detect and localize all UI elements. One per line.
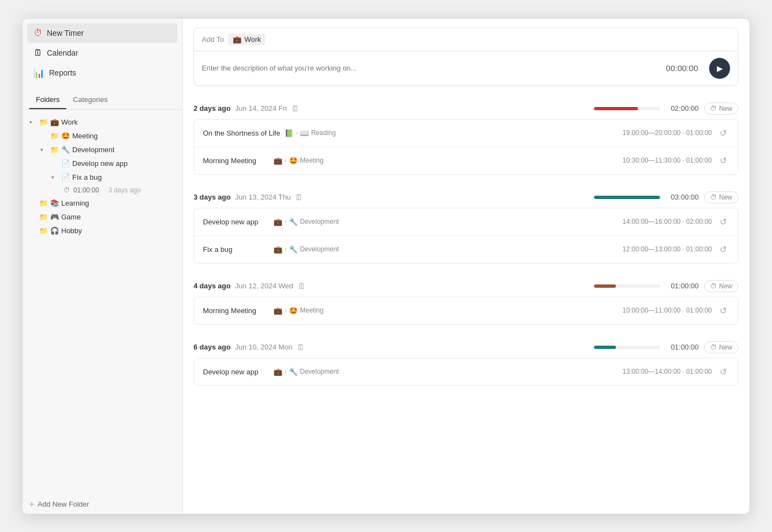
folder-children-development: 📄 Develop new app ▾ 📄 Fix a bug ⏱01:00:0… <box>37 157 179 196</box>
sidebar-tabs: FoldersCategories <box>23 85 182 110</box>
calendar-icon[interactable]: 🗓 <box>298 282 305 291</box>
sidebar-nav-reports[interactable]: 📊Reports <box>27 63 178 83</box>
day-progress-bar <box>594 107 660 110</box>
replay-button[interactable]: ↺ <box>717 366 729 378</box>
tab-categories[interactable]: Categories <box>66 92 114 109</box>
entry-right: 14:00:00—16:00:00 · 02:00:00 ↺ <box>623 216 729 228</box>
chevron-icon: ▾ <box>51 174 59 180</box>
day-progress-bar <box>594 196 660 199</box>
folder-emoji: 🎮 <box>50 213 59 221</box>
day-header: 6 days ago Jun 10, 2024 Mon 🗓 01:00:00 ⏱… <box>194 336 738 358</box>
day-progress-fill <box>594 346 616 349</box>
breadcrumb-label: Meeting <box>300 157 324 164</box>
tab-folders[interactable]: Folders <box>29 92 66 109</box>
timer-description-input[interactable] <box>202 64 661 72</box>
breadcrumb-emoji2: 🔧 <box>289 218 298 226</box>
timer-display: 00:00:00 <box>666 63 698 73</box>
folder-item-develop-new-app[interactable]: 📄 Develop new app <box>48 157 179 170</box>
new-badge[interactable]: ⏱New <box>704 280 738 292</box>
app-window: ⏱New Timer🗓Calendar📊Reports FoldersCateg… <box>22 18 750 514</box>
day-date: Jun 10, 2024 Mon <box>235 343 292 351</box>
day-header-right: 01:00:00 ⏱New <box>594 341 738 353</box>
project-emoji: 💼 <box>233 35 242 44</box>
breadcrumb-label: Development <box>300 368 339 375</box>
entry-breadcrumb: 💼 › 🤩 Meeting <box>274 157 324 165</box>
day-header-right: 02:00:00 ⏱New <box>594 103 738 115</box>
calendar-icon[interactable]: 🗓 <box>295 193 303 202</box>
timer-entry-timer-fix-a-bug[interactable]: ⏱01:00:00· 3 days ago <box>59 184 179 196</box>
new-label: New <box>719 343 732 351</box>
timer-card-header: Add To 💼 Work <box>194 28 738 51</box>
table-row: On the Shortness of Life 📗 › 📖 Reading 1… <box>194 120 738 147</box>
calendar-nav-icon: 🗓 <box>34 48 42 58</box>
folder-item-fix-a-bug[interactable]: ▾ 📄 Fix a bug <box>48 170 179 184</box>
breadcrumb-emoji2: 🤩 <box>289 307 298 315</box>
replay-button[interactable]: ↺ <box>717 304 729 317</box>
start-timer-button[interactable]: ▶ <box>709 58 730 79</box>
day-progress-fill <box>594 107 638 110</box>
new-label: New <box>719 194 732 201</box>
new-badge[interactable]: ⏱New <box>704 191 738 203</box>
breadcrumb-label: Development <box>300 245 339 253</box>
breadcrumb-sep: › <box>296 129 298 137</box>
folder-item-hobby[interactable]: 📁 🎧 Hobby <box>26 224 179 238</box>
reports-icon: 📊 <box>34 68 45 78</box>
timer-icon: ⏱ <box>34 28 42 38</box>
day-progress-bar <box>594 346 660 349</box>
breadcrumb-emoji2: 🤩 <box>289 157 298 165</box>
folder-item-development[interactable]: ▾ 📁 🔧 Development <box>37 143 179 157</box>
day-date: Jun 13, 2024 Thu <box>235 193 291 201</box>
day-ago: 4 days ago <box>194 282 230 290</box>
entry-time-range: 12:00:00—13:00:00 · 01:00:00 <box>623 245 712 253</box>
timer-input-card: Add To 💼 Work 00:00:00 ▶ <box>194 28 738 86</box>
day-progress-fill <box>594 284 616 288</box>
sidebar-nav-new-timer[interactable]: ⏱New Timer <box>27 23 178 43</box>
folder-item-work[interactable]: ▾ 📁 💼 Work <box>26 115 179 129</box>
new-label: New <box>719 105 732 112</box>
folder-icon-emoji: 📁 <box>39 227 48 235</box>
chevron-icon: ▾ <box>40 147 48 153</box>
day-progress-bar <box>594 284 660 288</box>
entries-card: Develop new app 💼 › 🔧 Development 13:00:… <box>194 358 738 386</box>
breadcrumb-label: Development <box>300 218 339 225</box>
folder-item-learning[interactable]: 📁 📚 Learning <box>26 196 179 210</box>
add-to-label: Add To <box>202 35 224 44</box>
day-total: 03:00:00 <box>666 193 699 201</box>
breadcrumb-sep: › <box>285 368 287 375</box>
day-total: 02:00:00 <box>666 104 699 112</box>
breadcrumb-emoji1: 💼 <box>274 218 282 226</box>
folder-tree: ▾ 📁 💼 Work 📁 🤩 Meeting ▾ 📁 🔧 Development… <box>23 110 182 495</box>
entry-breadcrumb: 💼 › 🔧 Development <box>274 218 339 226</box>
day-section-day2: 3 days ago Jun 13, 2024 Thu 🗓 03:00:00 ⏱… <box>194 186 738 264</box>
chevron-icon: ▾ <box>29 119 37 125</box>
replay-button[interactable]: ↺ <box>717 127 729 139</box>
breadcrumb-sep: › <box>285 218 287 225</box>
folder-label: Fix a bug <box>72 173 175 181</box>
plus-icon: + <box>29 499 34 509</box>
folder-item-meeting[interactable]: 📁 🤩 Meeting <box>37 129 179 143</box>
project-selector[interactable]: 💼 Work <box>228 34 265 45</box>
folder-label: Develop new app <box>72 159 175 168</box>
folder-icon-emoji: 📁 <box>39 213 48 221</box>
calendar-icon[interactable]: 🗓 <box>291 104 299 113</box>
folder-children-fix-a-bug: ⏱01:00:00· 3 days ago <box>48 184 179 196</box>
calendar-icon[interactable]: 🗓 <box>297 343 304 352</box>
replay-button[interactable]: ↺ <box>717 243 729 256</box>
day-header: 3 days ago Jun 13, 2024 Thu 🗓 03:00:00 ⏱… <box>194 186 738 208</box>
sidebar-nav-calendar[interactable]: 🗓Calendar <box>27 43 178 63</box>
breadcrumb-sep: › <box>285 307 287 314</box>
entry-title: On the Shortness of Life <box>203 129 280 137</box>
table-row: Fix a bug 💼 › 🔧 Development 12:00:00—13:… <box>194 236 738 263</box>
folder-label: Meeting <box>72 132 175 140</box>
entry-breadcrumb: 💼 › 🔧 Development <box>274 245 339 254</box>
new-badge[interactable]: ⏱New <box>704 341 738 353</box>
day-header-right: 01:00:00 ⏱New <box>594 280 738 292</box>
nav-label: Calendar <box>47 49 78 57</box>
folder-item-game[interactable]: 📁 🎮 Game <box>26 210 179 224</box>
folder-label: Learning <box>61 199 175 207</box>
new-badge[interactable]: ⏱New <box>704 103 738 115</box>
replay-button[interactable]: ↺ <box>717 216 729 228</box>
add-folder-button[interactable]: + Add New Folder <box>23 495 182 514</box>
replay-button[interactable]: ↺ <box>717 154 729 167</box>
add-folder-label: Add New Folder <box>37 500 89 508</box>
